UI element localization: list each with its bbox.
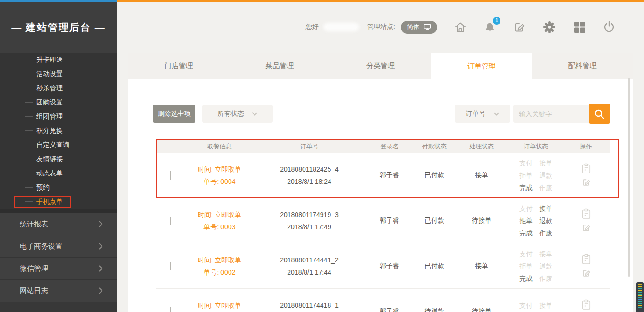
tree-tick bbox=[25, 116, 33, 117]
sidebar-sub-item[interactable]: 组团管理 bbox=[0, 110, 117, 124]
scrollbar-thumb[interactable] bbox=[628, 78, 630, 277]
language-label: 简体 bbox=[407, 23, 419, 31]
column-header: 操作 bbox=[562, 142, 610, 151]
order-status-link[interactable]: 完成 bbox=[519, 227, 533, 239]
tab[interactable]: 分类管理 bbox=[330, 53, 432, 79]
language-pill-button[interactable]: 简体 bbox=[401, 21, 437, 34]
tab[interactable]: 门店管理 bbox=[128, 53, 229, 79]
orders-table: 取餐信息 订单号 登录名 付款状态 处理状态 订单状态 操作 bbox=[156, 140, 610, 312]
sidebar-sub-item[interactable]: 自定义查询 bbox=[0, 138, 117, 152]
order-status-link[interactable]: 接单 bbox=[539, 248, 552, 260]
table-header-row: 取餐信息 订单号 登录名 付款状态 处理状态 订单状态 操作 bbox=[156, 140, 610, 153]
order-status-link[interactable]: 支付 bbox=[519, 248, 533, 260]
red-annotation-box bbox=[14, 196, 71, 208]
sidebar-group-label: 电子商务设置 bbox=[20, 242, 62, 251]
pickup-info-cell: 时间: 立即取单 单号: 0002 bbox=[184, 254, 255, 278]
content-panel: 门店管理 菜品管理 分类管理 订单管理 配料管理 删除选中项 所有状态 订单 bbox=[128, 53, 633, 312]
order-detail-icon[interactable] bbox=[581, 208, 591, 219]
login-name: 郭子睿 bbox=[364, 262, 415, 270]
process-status: 待接单 bbox=[453, 217, 510, 225]
order-status-link[interactable]: 接单 bbox=[539, 157, 552, 169]
row-checkbox[interactable] bbox=[170, 262, 171, 270]
sidebar-group-item[interactable]: 电子商务设置 bbox=[0, 235, 117, 258]
power-icon bbox=[602, 20, 616, 34]
row-checkbox[interactable] bbox=[170, 171, 171, 180]
order-status-link[interactable]: 接单 bbox=[539, 202, 552, 215]
sidebar-sub-item[interactable]: 手机点单 bbox=[0, 195, 117, 209]
order-status-link[interactable]: 作废 bbox=[539, 272, 552, 285]
table-row: 时间: 立即取单 20180801174418_1 郭子睿 待退款 待接单 支付 bbox=[156, 289, 610, 312]
search-field-dropdown[interactable]: 订单号 bbox=[455, 105, 510, 123]
sidebar-sub-item[interactable]: 动态表单 bbox=[0, 166, 117, 181]
sidebar-group-item[interactable]: 统计报表 bbox=[0, 213, 117, 235]
order-status-links: 支付 接单 拒单 退款 完成 作废 bbox=[510, 157, 562, 194]
tab[interactable]: 订单管理 bbox=[431, 53, 532, 79]
search-icon bbox=[594, 109, 605, 120]
actions-cell bbox=[562, 299, 610, 312]
order-status-link[interactable]: 支付 bbox=[519, 157, 533, 169]
table-row: 时间: 立即取单 单号: 0002 20180801174441_2 2018/… bbox=[156, 243, 610, 289]
edit-order-icon[interactable] bbox=[581, 268, 591, 278]
sidebar-submenu: 升卡即送 活动设置 秒杀管理 团购设置 bbox=[0, 53, 117, 209]
tree-tick bbox=[25, 187, 33, 188]
order-time: 2018/8/1 17:44 bbox=[255, 266, 364, 278]
order-status-link[interactable]: 退款 bbox=[539, 260, 552, 272]
order-status-link[interactable]: 拒单 bbox=[519, 169, 533, 182]
order-detail-icon[interactable] bbox=[581, 254, 591, 265]
edit-order-icon[interactable] bbox=[581, 177, 591, 187]
home-button[interactable] bbox=[454, 21, 467, 34]
order-status-link[interactable]: 完成 bbox=[519, 182, 533, 194]
sidebar-sub-item[interactable]: 升卡即送 bbox=[0, 53, 117, 67]
sidebar-sub-item[interactable]: 团购设置 bbox=[0, 95, 117, 110]
order-status-link[interactable]: 作废 bbox=[539, 227, 552, 239]
tree-tick bbox=[25, 145, 33, 145]
logout-button[interactable] bbox=[602, 20, 616, 34]
tab[interactable]: 菜品管理 bbox=[229, 53, 330, 79]
sidebar-sub-item[interactable]: 秒杀管理 bbox=[0, 81, 117, 95]
row-checkbox[interactable] bbox=[170, 217, 171, 225]
search-button[interactable] bbox=[589, 104, 610, 124]
payment-status: 待退款 bbox=[415, 307, 453, 312]
row-checkbox[interactable] bbox=[170, 307, 171, 312]
sidebar-group-label: 网站日志 bbox=[20, 286, 48, 295]
notifications-button[interactable]: 1 bbox=[483, 21, 496, 34]
order-status-links: 支付 接单 拒单 退款 完成 作废 bbox=[510, 248, 562, 285]
tree-tick bbox=[25, 173, 33, 173]
select-all-checkbox[interactable] bbox=[156, 142, 157, 150]
apps-button[interactable] bbox=[573, 20, 586, 34]
order-status-link[interactable]: 拒单 bbox=[519, 260, 533, 272]
apps-grid-icon bbox=[573, 20, 586, 34]
order-status-link[interactable]: 拒单 bbox=[519, 215, 533, 227]
order-number-cell: 20180801174441_2 2018/8/1 17:44 bbox=[255, 254, 364, 278]
order-time: 2018/8/1 17:49 bbox=[255, 221, 364, 233]
status-filter-dropdown[interactable]: 所有状态 bbox=[202, 105, 273, 123]
settings-button[interactable] bbox=[542, 20, 556, 34]
tab[interactable]: 配料管理 bbox=[532, 53, 633, 79]
color-stripe bbox=[638, 292, 642, 293]
gear-icon bbox=[542, 20, 556, 34]
compose-button[interactable] bbox=[513, 20, 526, 34]
delete-selected-button[interactable]: 删除选中项 bbox=[153, 105, 195, 123]
order-detail-icon[interactable] bbox=[581, 163, 591, 174]
sidebar-group-item[interactable]: 微信管理 bbox=[0, 258, 117, 280]
color-stripe bbox=[638, 305, 642, 306]
edit-order-icon[interactable] bbox=[581, 223, 591, 233]
app-title: — 建站管理后台 — bbox=[0, 2, 117, 53]
order-status-link[interactable]: 支付 bbox=[519, 202, 533, 215]
sidebar-sub-item[interactable]: 活动设置 bbox=[0, 67, 117, 81]
order-status-link[interactable]: 完成 bbox=[519, 272, 533, 285]
sidebar-group-item[interactable]: 网站日志 bbox=[0, 280, 117, 302]
order-status-link[interactable]: 退款 bbox=[539, 169, 552, 182]
sidebar-sub-item[interactable]: 积分兑换 bbox=[0, 124, 117, 138]
keyword-input[interactable] bbox=[513, 105, 589, 123]
color-stripe bbox=[638, 307, 642, 308]
sidebar-sub-item[interactable]: 预约 bbox=[0, 181, 117, 195]
order-status-link[interactable]: 退款 bbox=[539, 215, 552, 227]
order-status-link[interactable]: 作废 bbox=[539, 182, 552, 194]
color-stripe bbox=[638, 303, 642, 304]
color-stripe bbox=[638, 290, 642, 291]
order-detail-icon[interactable] bbox=[581, 299, 591, 310]
order-status-link[interactable]: 支付 bbox=[519, 299, 533, 312]
sidebar-sub-item[interactable]: 友情链接 bbox=[0, 152, 117, 166]
order-status-link[interactable]: 接单 bbox=[539, 299, 552, 312]
